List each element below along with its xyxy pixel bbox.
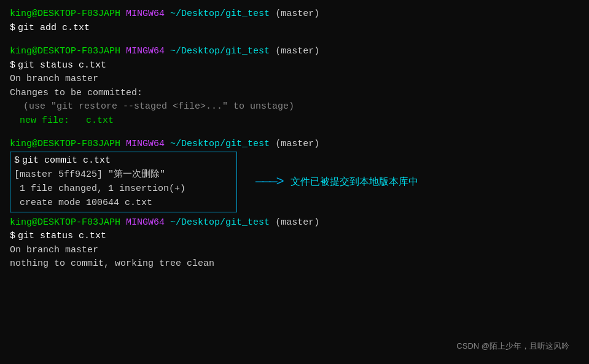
user-host-1: king@DESKTOP-F03JAPH: [10, 7, 120, 21]
mingw-1: MINGW64: [126, 7, 165, 21]
output-file-changed: 1 file changed, 1 insertion(+): [14, 182, 233, 196]
path-1: ~/Desktop/git_test: [170, 7, 270, 21]
command-1: $git add c.txt: [10, 21, 579, 36]
block-git-add: king@DESKTOP-F03JAPH MINGW64 ~/Desktop/g…: [10, 7, 579, 35]
space-1: [120, 7, 126, 21]
path-3: ~/Desktop/git_test: [170, 137, 270, 152]
commit-block-wrapper: $git commit c.txt [master 5ff9425] "第一次删…: [10, 152, 579, 212]
output-new-file: new file: c.txt: [10, 114, 579, 128]
prompt-line-2: king@DESKTOP-F03JAPH MINGW64 ~/Desktop/g…: [10, 45, 579, 59]
output-hint: (use "git restore --staged <file>..." to…: [10, 100, 579, 114]
path-2: ~/Desktop/git_test: [170, 45, 270, 59]
arrow-icon: ———>: [255, 174, 283, 190]
mingw-3: MINGW64: [126, 137, 165, 152]
output-nothing: nothing to commit, working tree clean: [10, 257, 579, 271]
space-2: [165, 7, 170, 21]
mingw-4: MINGW64: [126, 216, 165, 230]
branch-2: (master): [275, 45, 319, 59]
prompt-line-4: king@DESKTOP-F03JAPH MINGW64 ~/Desktop/g…: [10, 216, 579, 230]
user-host-3: king@DESKTOP-F03JAPH: [10, 137, 120, 152]
command-2: $git status c.txt: [10, 59, 579, 73]
block-git-status-2: king@DESKTOP-F03JAPH MINGW64 ~/Desktop/g…: [10, 216, 579, 271]
output-on-branch-1: On branch master: [10, 72, 579, 87]
output-on-branch-2: On branch master: [10, 244, 579, 258]
space-3: [270, 7, 275, 21]
mingw-2: MINGW64: [126, 45, 165, 59]
branch-1: (master): [275, 7, 319, 21]
user-host-2: king@DESKTOP-F03JAPH: [10, 45, 120, 59]
branch-4: (master): [275, 216, 319, 230]
arrow-area: ———> 文件已被提交到本地版本库中: [255, 174, 418, 190]
command-3: $git commit c.txt: [14, 153, 233, 168]
commit-box: $git commit c.txt [master 5ff9425] "第一次删…: [10, 152, 237, 212]
branch-3: (master): [275, 137, 319, 152]
annotation-text: 文件已被提交到本地版本库中: [291, 176, 418, 188]
output-master-hash: [master 5ff9425] "第一次删除": [14, 168, 233, 182]
block-git-commit: king@DESKTOP-F03JAPH MINGW64 ~/Desktop/g…: [10, 137, 579, 212]
path-4: ~/Desktop/git_test: [170, 216, 270, 230]
command-4: $git status c.txt: [10, 230, 579, 244]
output-changes: Changes to be committed:: [10, 87, 579, 101]
prompt-line-1: king@DESKTOP-F03JAPH MINGW64 ~/Desktop/g…: [10, 7, 579, 21]
prompt-line-3: king@DESKTOP-F03JAPH MINGW64 ~/Desktop/g…: [10, 137, 579, 152]
watermark: CSDN @陌上少年，且听这风吟: [456, 341, 569, 352]
output-create-mode: create mode 100644 c.txt: [14, 196, 233, 210]
terminal: king@DESKTOP-F03JAPH MINGW64 ~/Desktop/g…: [10, 7, 579, 357]
user-host-4: king@DESKTOP-F03JAPH: [10, 216, 120, 230]
block-git-status-1: king@DESKTOP-F03JAPH MINGW64 ~/Desktop/g…: [10, 45, 579, 128]
